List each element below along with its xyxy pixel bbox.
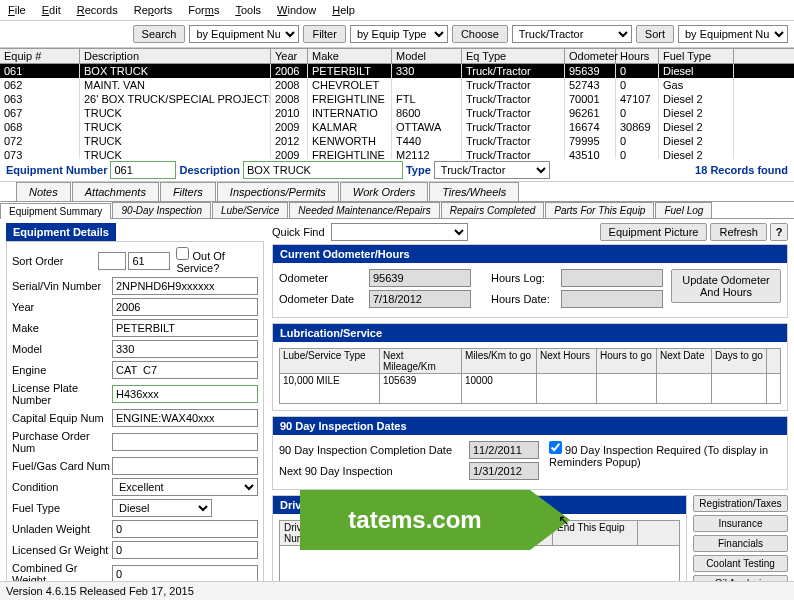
col-fuel[interactable]: Fuel Type (659, 49, 734, 63)
insp-header: 90 Day Inspection Dates (273, 417, 787, 435)
oddate-field[interactable] (369, 290, 471, 308)
help-icon[interactable]: ? (770, 223, 788, 241)
tab-90day[interactable]: 90-Day Inspection (112, 202, 211, 218)
coolant-button[interactable]: Coolant Testing (693, 555, 788, 572)
lube-header: Lubrication/Service (273, 324, 787, 342)
engine-field[interactable] (112, 361, 258, 379)
tab-lube[interactable]: Lube/Service (212, 202, 288, 218)
outofservice-check[interactable]: Out Of Service? (176, 247, 258, 274)
menu-file[interactable]: File (8, 4, 26, 16)
col-model[interactable]: Model (392, 49, 462, 63)
menu-tools[interactable]: Tools (235, 4, 261, 16)
hrdate-field[interactable] (561, 290, 663, 308)
condition-select[interactable]: Excellent (112, 478, 258, 496)
type-select[interactable]: Truck/Tractor (434, 161, 550, 179)
hrdate-label: Hours Date: (491, 293, 561, 305)
tab-inspections[interactable]: Inspections/Permits (217, 182, 339, 201)
search-by-select[interactable]: by Equipment Num (189, 25, 299, 43)
grid-header: Equip # Description Year Make Model Eq T… (0, 48, 794, 64)
menu-edit[interactable]: Edit (42, 4, 61, 16)
licgr-label: Licensed Gr Weight (12, 544, 112, 556)
fuelcard-field[interactable] (112, 457, 258, 475)
desc-label: Description (179, 164, 240, 176)
tab-workorders[interactable]: Work Orders (340, 182, 428, 201)
tab-parts[interactable]: Parts For This Equip (545, 202, 654, 218)
choose-button[interactable]: Choose (452, 25, 508, 43)
vin-field[interactable] (112, 277, 258, 295)
filter-button[interactable]: Filter (303, 25, 345, 43)
unladen-label: Unladen Weight (12, 523, 112, 535)
sort-by-select[interactable]: by Equipment Num (678, 25, 788, 43)
menu-reports[interactable]: Reports (134, 4, 173, 16)
condition-label: Condition (12, 481, 112, 493)
tab-tires[interactable]: Tires/Wheels (429, 182, 519, 201)
tab-filters[interactable]: Filters (160, 182, 216, 201)
capeq-label: Capital Equip Num (12, 412, 112, 424)
od-label: Odometer (279, 272, 369, 284)
menu-records[interactable]: Records (77, 4, 118, 16)
lube-col-htogo: Hours to go (597, 349, 657, 373)
model-field[interactable] (112, 340, 258, 358)
tab-attachments[interactable]: Attachments (72, 182, 159, 201)
hrlog-field[interactable] (561, 269, 663, 287)
choose-select[interactable]: Truck/Tractor (512, 25, 632, 43)
desc-field[interactable] (243, 161, 403, 179)
plate-field[interactable] (112, 385, 258, 403)
insp-next-field[interactable] (469, 462, 539, 480)
sortorder-label: Sort Order (12, 255, 98, 267)
menu-help[interactable]: Help (332, 4, 355, 16)
table-row[interactable]: 073TRUCK2009FREIGHTLINEM2112Truck/Tracto… (0, 148, 794, 159)
tab-repairs[interactable]: Repairs Completed (441, 202, 545, 218)
fueltype-select[interactable]: Diesel (112, 499, 212, 517)
lube-row[interactable]: 10,000 MILE 105639 10000 (279, 374, 781, 404)
col-eqtype[interactable]: Eq Type (462, 49, 565, 63)
menu-window[interactable]: Window (277, 4, 316, 16)
col-equip[interactable]: Equip # (0, 49, 80, 63)
unladen-field[interactable] (112, 520, 258, 538)
od-field[interactable] (369, 269, 471, 287)
filter-by-select[interactable]: by Equip Type (350, 25, 448, 43)
table-row[interactable]: 068TRUCK2009KALMAROTTAWATruck/Tractor166… (0, 120, 794, 134)
search-button[interactable]: Search (133, 25, 186, 43)
menu-forms[interactable]: Forms (188, 4, 219, 16)
eqnum-field[interactable] (110, 161, 176, 179)
tab-fuellog[interactable]: Fuel Log (655, 202, 712, 218)
financials-button[interactable]: Financials (693, 535, 788, 552)
col-odo[interactable]: Odometer (565, 49, 616, 63)
insp-next-label: Next 90 Day Inspection (279, 465, 469, 477)
sortorder-field[interactable] (128, 252, 170, 270)
tab-summary[interactable]: Equipment Summary (0, 203, 111, 219)
sort-button[interactable]: Sort (636, 25, 674, 43)
col-hrs[interactable]: Hours (616, 49, 659, 63)
sortorder-spin[interactable] (98, 252, 126, 270)
update-odo-button[interactable]: Update Odometer And Hours (671, 269, 781, 303)
insurance-button[interactable]: Insurance (693, 515, 788, 532)
capeq-field[interactable] (112, 409, 258, 427)
lube-section: Lubrication/Service Lube/Service Type Ne… (272, 323, 788, 411)
make-field[interactable] (112, 319, 258, 337)
quickfind-select[interactable] (331, 223, 469, 241)
tab-needed[interactable]: Needed Maintenance/Repairs (289, 202, 439, 218)
table-row[interactable]: 06326' BOX TRUCK/SPECIAL PROJECTS2008FRE… (0, 92, 794, 106)
status-bar: Version 4.6.15 Released Feb 17, 2015 (0, 581, 794, 600)
grid-body[interactable]: 061BOX TRUCK2006PETERBILT330Truck/Tracto… (0, 64, 794, 159)
table-row[interactable]: 067TRUCK2010INTERNATIO8600Truck/Tractor9… (0, 106, 794, 120)
col-make[interactable]: Make (308, 49, 392, 63)
table-row[interactable]: 061BOX TRUCK2006PETERBILT330Truck/Tracto… (0, 64, 794, 78)
insp-compl-field[interactable] (469, 441, 539, 459)
col-year[interactable]: Year (271, 49, 308, 63)
table-row[interactable]: 072TRUCK2012KENWORTHT440Truck/Tractor799… (0, 134, 794, 148)
licgr-field[interactable] (112, 541, 258, 559)
records-found: 18 Records found (695, 164, 788, 176)
year-field[interactable] (112, 298, 258, 316)
col-desc[interactable]: Description (80, 49, 271, 63)
po-field[interactable] (112, 433, 258, 451)
po-label: Purchase Order Num (12, 430, 112, 454)
tab-notes[interactable]: Notes (16, 182, 71, 201)
quickfind-label: Quick Find (272, 226, 325, 238)
equipment-picture-button[interactable]: Equipment Picture (600, 223, 708, 241)
registration-button[interactable]: Registration/Taxes (693, 495, 788, 512)
table-row[interactable]: 062MAINT. VAN2008CHEVROLETTruck/Tractor5… (0, 78, 794, 92)
refresh-button[interactable]: Refresh (710, 223, 767, 241)
insp-required-check[interactable]: 90 Day Inspection Required (To display i… (549, 441, 781, 483)
